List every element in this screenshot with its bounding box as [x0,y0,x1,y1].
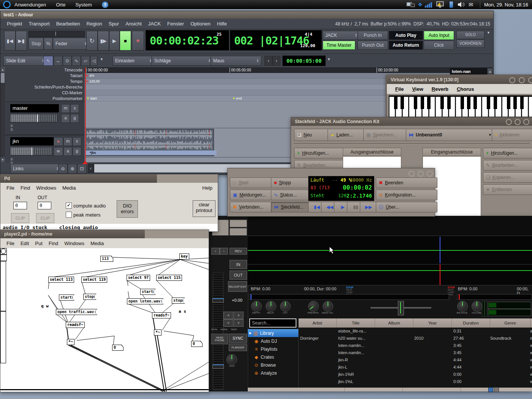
nav-next-button[interactable]: › [272,56,280,66]
menu-put[interactable]: Put [35,241,43,246]
menu-system[interactable]: System [75,2,92,8]
dropbox-icon[interactable]: ❖ [418,2,423,8]
timecode-display[interactable]: 00:00:02:23 25 [146,30,229,51]
column-header-genre[interactable]: Genre [490,318,530,328]
compute-audio-checkbox[interactable]: ✓ [66,203,72,209]
deck-pad-button[interactable] [230,228,247,236]
piano-black-key[interactable] [513,97,517,109]
menu-help[interactable]: Help [202,185,212,191]
pd-message[interactable]: open loten.wav [127,298,164,304]
cue-fwd-button[interactable]: › [220,248,228,255]
volume-icon[interactable] [457,2,466,8]
info-icon[interactable] [494,387,499,392]
rate-up-button[interactable]: ˄ [223,312,233,319]
pd-number[interactable]: 0 [112,345,124,351]
peak-meters-checkbox[interactable] [66,212,72,218]
region-pane-header[interactable]: loten-nan [450,68,488,75]
ruler-label-taktart[interactable]: Taktart [5,73,85,79]
stop-button[interactable]: ■Stopp [271,177,312,188]
piano-keyboard[interactable] [389,95,532,118]
pd-message[interactable]: stop [172,298,185,304]
master-solo-button[interactable]: s [70,104,79,113]
sidebar-item-analyze[interactable]: ⊕Analyze [248,369,298,377]
patchbay-button[interactable]: ⋈Steckfeld... [271,202,312,212]
menu-windows[interactable]: Windows [36,185,56,191]
bbt-display[interactable]: 002 |02|1746 4|4 120,00 [230,30,322,51]
auto-return-button[interactable]: Auto Return [389,41,423,50]
library-scrollbar[interactable] [248,388,532,391]
in-meter-value[interactable]: 0 [13,202,27,209]
audio-region-jkn[interactable]: *jkn [86,129,214,156]
track-name-master[interactable]: master [10,104,59,112]
ruler-row-0[interactable]: 00:00:00:0000:05:00:0000:10:00:00 [85,67,492,73]
messages-button[interactable]: ▣Meldungen... [230,190,275,200]
distro-logo-icon[interactable] [3,1,11,8]
piano-black-key[interactable] [487,97,490,109]
qjackctl-close-icon[interactable] [427,171,433,177]
edit-mode-select[interactable]: Slide Edit▲▼ [3,56,47,66]
piano-black-key[interactable] [440,97,444,109]
shuttle-percent-button[interactable]: % [44,38,53,50]
track-row[interactable]: jkn-1%R0:00w [298,371,532,378]
volume-slider-handle[interactable] [212,364,224,369]
play-button[interactable]: ▶ [109,31,120,51]
pd-object[interactable]: *~ [67,339,74,345]
edit-point-clock[interactable]: 00:00:05:00 [282,55,326,66]
help-icon[interactable]: ? [102,2,108,8]
tool-range-icon[interactable]: ↔ [54,56,63,66]
shuttle-bar[interactable] [28,31,85,37]
signal-bars-icon[interactable] [425,2,432,8]
pd-number[interactable]: 113 [100,256,113,262]
zoom-focus-select[interactable]: Links▲▼ [10,164,61,174]
column-header-artist[interactable]: Artist [298,318,337,328]
vk-titlebar[interactable]: Virtual Keyboard ver.1.9 [130:0] [387,76,532,84]
menu-media[interactable]: Media [62,185,76,191]
piano-black-key[interactable] [473,97,477,109]
deck-pad-button[interactable] [230,220,247,227]
knob-delay[interactable] [266,301,276,312]
pd-object[interactable]: readsf~ [66,322,85,328]
master-mute-button[interactable]: m [61,104,70,113]
loop-button[interactable]: ↻ [86,31,98,51]
menu-region[interactable]: Region [87,21,102,27]
pd-object[interactable]: readsf~ [152,312,171,318]
dio-errors-button[interactable]: DIO errors [117,200,138,218]
patchbay-activate-button[interactable]: ϟAktivieren [492,129,532,141]
track-row[interactable]: jkn-1%L0:00w [298,378,532,385]
snap-mode-select[interactable]: Einrasten▲▼ [112,56,154,66]
auto-input-button[interactable]: Auto Input [424,31,454,40]
sidebar-item-library[interactable]: ▶▥Library [248,329,298,337]
clear-printout-button[interactable]: clear printout [193,200,215,217]
pd-object[interactable]: key [179,253,189,260]
menu-file[interactable]: File [6,241,14,246]
goto-end-button[interactable]: ▶▮ [16,31,27,51]
patchbay-new-button[interactable]: ❏Neu [294,129,328,141]
preview-icon[interactable] [488,387,493,392]
patchbay-load-button[interactable]: ▰Laden... [328,129,364,141]
copy-button[interactable]: ❏Kopieren... [483,172,532,183]
ruler-label-schleifenpunchbereiche[interactable]: Schleifen/Punch-Bereiche [5,84,85,90]
reloop-exit-button[interactable]: RELOOP EXIT [228,281,247,292]
out-meter-value[interactable]: 0 [38,202,51,209]
crossfader-handle[interactable] [398,301,404,315]
waveform-deck2[interactable] [248,264,532,285]
master-fader[interactable] [10,114,57,122]
column-header-album[interactable]: Album [375,318,413,328]
out-clip-button[interactable]: CLIP [36,213,54,223]
mouse-mode-select[interactable]: Maus▲▼ [211,56,261,66]
reverse-button[interactable]: REV [230,248,247,255]
jkn-w-button[interactable]: w [54,147,63,156]
meter-marker-icon[interactable]: ▼ [86,73,89,79]
knob-headvol[interactable] [323,301,333,312]
qjackctl-minimize-icon[interactable] [408,171,415,177]
track-row[interactable]: jkn-L4:44w [298,364,532,371]
solo-button[interactable]: SOLO [456,31,484,39]
zoom-in-icon[interactable]: ⊕ [68,164,77,174]
patchbay-titlebar[interactable]: Steckfeld - JACK Audio Connection Kit [291,117,532,126]
knob-depth[interactable] [251,301,262,312]
pitch-slider-handle[interactable] [212,298,224,302]
location-marker-end[interactable]: ▼ [232,96,236,101]
auto-play-button[interactable]: Auto Play [389,31,423,40]
menu-hilfe[interactable]: Hilfe [217,21,227,27]
ardour-titlebar[interactable]: test1 - Ardour [0,11,493,19]
